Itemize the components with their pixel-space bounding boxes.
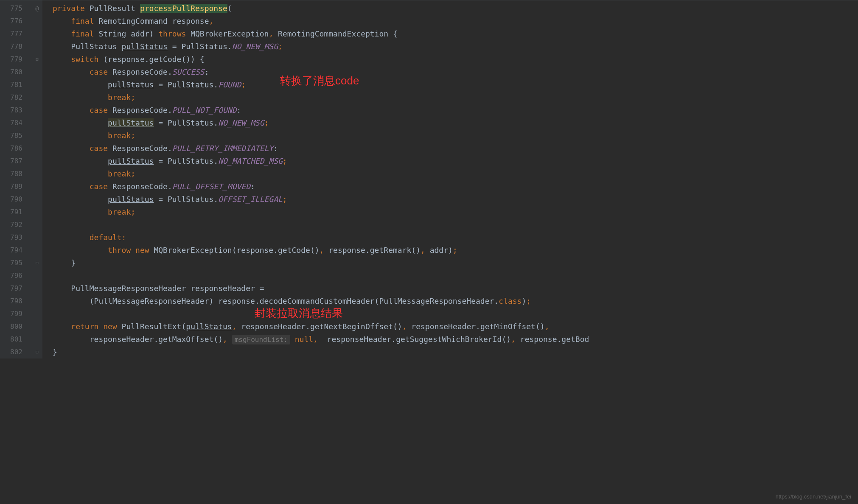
code-row[interactable]: throw new MQBrokerException(response.get… xyxy=(53,244,858,257)
code-row[interactable]: } xyxy=(53,346,858,358)
line-number: 785 xyxy=(0,129,32,142)
line-number: 779 xyxy=(0,53,32,66)
code-row[interactable]: responseHeader.getMaxOffset(), msgFoundL… xyxy=(53,333,858,346)
line-number: 787 xyxy=(0,155,32,168)
line-number: 781 xyxy=(0,78,32,91)
code-row[interactable]: pullStatus = PullStatus.OFFSET_ILLEGAL; xyxy=(53,193,858,206)
line-number: 797 xyxy=(0,282,32,295)
line-number: 784 xyxy=(0,117,32,129)
line-number: 793 xyxy=(0,231,32,244)
line-number: 799 xyxy=(0,308,32,320)
fold-collapse-icon[interactable]: ⊟ xyxy=(32,257,42,269)
line-number: 789 xyxy=(0,180,32,193)
code-row[interactable]: case ResponseCode.PULL_RETRY_IMMEDIATELY… xyxy=(53,142,858,155)
line-number: 802 xyxy=(0,346,32,358)
annotation-label: 转换了消息code xyxy=(280,72,359,90)
code-row[interactable]: (PullMessageResponseHeader) response.dec… xyxy=(53,295,858,308)
line-number: 776 xyxy=(0,15,32,28)
line-number: 777 xyxy=(0,28,32,40)
line-number: 792 xyxy=(0,218,32,231)
code-row[interactable]: break; xyxy=(53,168,858,180)
code-row[interactable]: PullStatus pullStatus = PullStatus.NO_NE… xyxy=(53,40,858,53)
code-row[interactable] xyxy=(53,308,858,320)
code-row[interactable]: break; xyxy=(53,206,858,218)
line-number: 775 xyxy=(0,2,32,15)
fold-marker-gutter: @ ⊟ ⊟ ⊟ xyxy=(32,0,42,358)
code-row[interactable] xyxy=(53,269,858,282)
code-row[interactable]: final String addr) throws MQBrokerExcept… xyxy=(53,28,858,40)
code-row[interactable] xyxy=(53,218,858,231)
line-number: 788 xyxy=(0,168,32,180)
line-number: 796 xyxy=(0,269,32,282)
line-number-gutter: 775 776 777 778 779 780 781 782 783 784 … xyxy=(0,0,32,358)
code-row[interactable]: default: xyxy=(53,231,858,244)
code-row[interactable]: pullStatus = PullStatus.NO_NEW_MSG; xyxy=(53,117,858,129)
line-number: 782 xyxy=(0,91,32,104)
line-number: 791 xyxy=(0,206,32,218)
line-number: 794 xyxy=(0,244,32,257)
line-number: 800 xyxy=(0,320,32,333)
line-number: 801 xyxy=(0,333,32,346)
code-row[interactable]: PullMessageResponseHeader responseHeader… xyxy=(53,282,858,295)
annotation-label: 封装拉取消息结果 xyxy=(255,304,343,322)
code-row[interactable]: final RemotingCommand response, xyxy=(53,15,858,28)
fold-collapse-icon[interactable]: ⊟ xyxy=(32,53,42,66)
override-marker-icon[interactable]: @ xyxy=(32,2,42,15)
code-row[interactable]: break; xyxy=(53,91,858,104)
line-number: 778 xyxy=(0,40,32,53)
line-number: 783 xyxy=(0,104,32,117)
line-number: 780 xyxy=(0,66,32,78)
code-row[interactable]: case ResponseCode.PULL_OFFSET_MOVED: xyxy=(53,180,858,193)
code-row[interactable]: case ResponseCode.PULL_NOT_FOUND: xyxy=(53,104,858,117)
line-number: 786 xyxy=(0,142,32,155)
code-row[interactable]: } xyxy=(53,257,858,269)
code-row[interactable]: switch (response.getCode()) { xyxy=(53,53,858,66)
code-editor[interactable]: 775 776 777 778 779 780 781 782 783 784 … xyxy=(0,0,858,358)
parameter-hint: msgFoundList: xyxy=(232,335,290,344)
line-number: 798 xyxy=(0,295,32,308)
code-row[interactable]: case ResponseCode.SUCCESS: xyxy=(53,66,858,78)
line-number: 790 xyxy=(0,193,32,206)
fold-collapse-icon[interactable]: ⊟ xyxy=(32,346,42,358)
code-row[interactable]: return new PullResultExt(pullStatus, res… xyxy=(53,320,858,333)
code-row[interactable]: pullStatus = PullStatus.FOUND; xyxy=(53,78,858,91)
code-row[interactable]: pullStatus = PullStatus.NO_MATCHED_MSG; xyxy=(53,155,858,168)
code-row[interactable]: break; xyxy=(53,129,858,142)
code-row[interactable]: private PullResult processPullResponse( xyxy=(53,2,858,15)
code-content[interactable]: private PullResult processPullResponse( … xyxy=(42,0,858,358)
line-number: 795 xyxy=(0,257,32,269)
